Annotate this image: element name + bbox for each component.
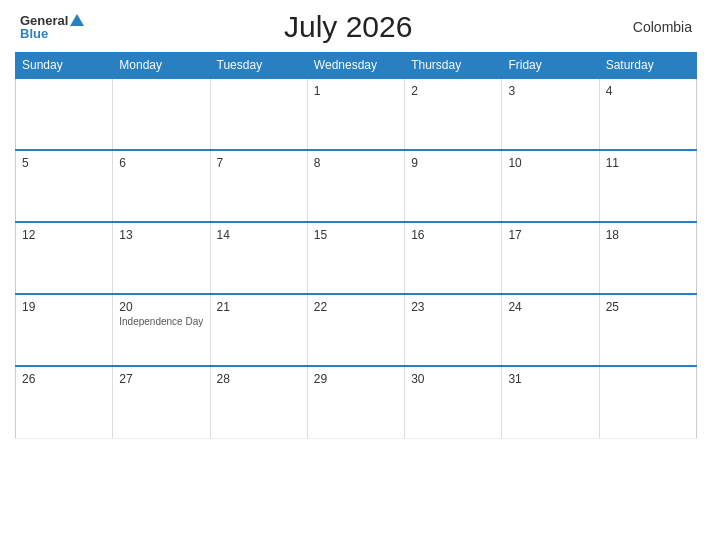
day-number: 19 (22, 300, 106, 314)
calendar-day-cell: 6 (113, 150, 210, 222)
calendar-day-cell: 20Independence Day (113, 294, 210, 366)
day-number: 7 (217, 156, 301, 170)
calendar-week-row: 1920Independence Day2122232425 (16, 294, 697, 366)
month-title: July 2026 (84, 10, 612, 44)
day-number: 5 (22, 156, 106, 170)
calendar-day-cell: 31 (502, 366, 599, 438)
day-number: 10 (508, 156, 592, 170)
calendar-day-cell: 28 (210, 366, 307, 438)
calendar-day-cell: 23 (405, 294, 502, 366)
day-number: 31 (508, 372, 592, 386)
day-number: 29 (314, 372, 398, 386)
calendar-day-cell: 30 (405, 366, 502, 438)
day-number: 28 (217, 372, 301, 386)
day-number: 8 (314, 156, 398, 170)
calendar-day-cell: 2 (405, 78, 502, 150)
day-of-week-header: Friday (502, 53, 599, 79)
calendar-day-cell: 7 (210, 150, 307, 222)
calendar-day-cell: 21 (210, 294, 307, 366)
day-number: 27 (119, 372, 203, 386)
calendar-day-cell: 11 (599, 150, 696, 222)
day-number: 26 (22, 372, 106, 386)
calendar-header: General Blue July 2026 Colombia (15, 10, 697, 44)
day-number: 20 (119, 300, 203, 314)
calendar-week-row: 262728293031 (16, 366, 697, 438)
calendar-day-cell: 25 (599, 294, 696, 366)
day-of-week-header: Thursday (405, 53, 502, 79)
calendar-header-row: SundayMondayTuesdayWednesdayThursdayFrid… (16, 53, 697, 79)
calendar-day-cell: 10 (502, 150, 599, 222)
calendar-day-cell: 5 (16, 150, 113, 222)
day-number: 25 (606, 300, 690, 314)
day-number: 23 (411, 300, 495, 314)
day-number: 18 (606, 228, 690, 242)
calendar-day-cell: 4 (599, 78, 696, 150)
calendar-day-cell: 26 (16, 366, 113, 438)
day-number: 4 (606, 84, 690, 98)
day-number: 21 (217, 300, 301, 314)
day-number: 13 (119, 228, 203, 242)
calendar-day-cell: 17 (502, 222, 599, 294)
day-number: 2 (411, 84, 495, 98)
calendar-day-cell: 19 (16, 294, 113, 366)
day-of-week-header: Saturday (599, 53, 696, 79)
calendar-day-cell (16, 78, 113, 150)
calendar-container: General Blue July 2026 Colombia SundayMo… (0, 0, 712, 550)
calendar-day-cell: 15 (307, 222, 404, 294)
day-number: 22 (314, 300, 398, 314)
calendar-day-cell: 13 (113, 222, 210, 294)
calendar-day-cell: 9 (405, 150, 502, 222)
day-number: 17 (508, 228, 592, 242)
day-number: 11 (606, 156, 690, 170)
calendar-day-cell: 18 (599, 222, 696, 294)
day-number: 15 (314, 228, 398, 242)
day-of-week-header: Tuesday (210, 53, 307, 79)
calendar-day-cell: 12 (16, 222, 113, 294)
calendar-day-cell (210, 78, 307, 150)
calendar-day-cell: 14 (210, 222, 307, 294)
day-number: 30 (411, 372, 495, 386)
calendar-body: 1234567891011121314151617181920Independe… (16, 78, 697, 438)
day-number: 1 (314, 84, 398, 98)
day-of-week-header: Sunday (16, 53, 113, 79)
day-number: 14 (217, 228, 301, 242)
day-of-week-header: Wednesday (307, 53, 404, 79)
calendar-day-cell: 1 (307, 78, 404, 150)
calendar-day-cell (113, 78, 210, 150)
calendar-day-cell: 16 (405, 222, 502, 294)
calendar-day-cell (599, 366, 696, 438)
calendar-week-row: 1234 (16, 78, 697, 150)
day-number: 3 (508, 84, 592, 98)
holiday-label: Independence Day (119, 316, 203, 327)
calendar-week-row: 567891011 (16, 150, 697, 222)
logo-triangle-icon (70, 14, 84, 26)
logo-blue: Blue (20, 27, 48, 40)
calendar-week-row: 12131415161718 (16, 222, 697, 294)
logo: General Blue (20, 14, 84, 40)
day-number: 16 (411, 228, 495, 242)
day-number: 12 (22, 228, 106, 242)
country-label: Colombia (612, 19, 692, 35)
calendar-day-cell: 8 (307, 150, 404, 222)
calendar-table: SundayMondayTuesdayWednesdayThursdayFrid… (15, 52, 697, 439)
calendar-day-cell: 24 (502, 294, 599, 366)
day-of-week-header: Monday (113, 53, 210, 79)
calendar-day-cell: 27 (113, 366, 210, 438)
calendar-day-cell: 22 (307, 294, 404, 366)
day-number: 6 (119, 156, 203, 170)
calendar-day-cell: 29 (307, 366, 404, 438)
day-number: 9 (411, 156, 495, 170)
calendar-day-cell: 3 (502, 78, 599, 150)
day-number: 24 (508, 300, 592, 314)
